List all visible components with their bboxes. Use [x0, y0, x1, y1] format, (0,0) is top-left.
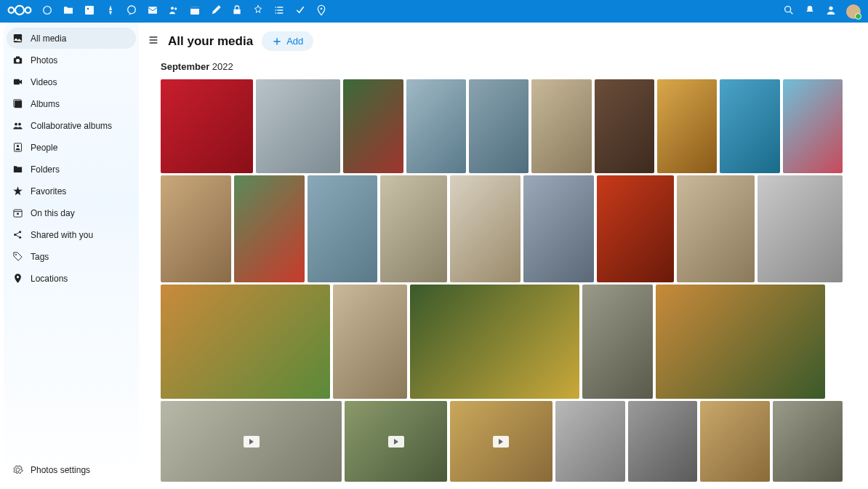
- svg-point-29: [14, 234, 16, 236]
- files-icon[interactable]: [63, 4, 74, 19]
- location-icon: [12, 273, 23, 284]
- photo-thumb[interactable]: [657, 79, 717, 173]
- year: 2022: [212, 61, 233, 72]
- svg-rect-25: [15, 143, 22, 151]
- svg-point-30: [19, 231, 21, 233]
- search-icon[interactable]: [783, 4, 795, 19]
- photo-thumb[interactable]: [406, 79, 466, 173]
- svg-rect-4: [85, 6, 94, 15]
- svg-rect-19: [16, 57, 20, 59]
- logo[interactable]: [7, 4, 32, 20]
- photos-settings[interactable]: Photos settings: [7, 458, 136, 481]
- svg-point-2: [25, 7, 31, 13]
- photo-thumb[interactable]: [410, 285, 579, 399]
- photo-thumb[interactable]: [469, 79, 529, 173]
- svg-point-6: [128, 6, 136, 14]
- sidebar-item-albums[interactable]: Albums: [7, 93, 136, 114]
- photo-thumb[interactable]: [628, 401, 698, 482]
- svg-point-24: [18, 123, 21, 126]
- contacts-menu-icon[interactable]: [825, 4, 837, 19]
- album-icon: [12, 98, 23, 109]
- main: All your media Add September 2022: [139, 23, 864, 485]
- svg-rect-12: [233, 9, 240, 14]
- image-icon: [12, 33, 23, 44]
- gallery-row: [161, 285, 843, 399]
- sidebar-item-on-this-day[interactable]: On this day: [7, 202, 136, 223]
- sidebar-item-label: Collaborative albums: [31, 121, 112, 131]
- gallery-row: [161, 401, 843, 482]
- photo-thumb[interactable]: [582, 285, 653, 399]
- calendar-icon[interactable]: [189, 4, 201, 19]
- sidebar-item-tags[interactable]: Tags: [7, 246, 136, 267]
- sidebar-item-collaborative-albums[interactable]: Collaborative albums: [7, 115, 136, 136]
- photo-thumb[interactable]: [161, 79, 253, 173]
- talk-icon[interactable]: [126, 4, 137, 19]
- photo-thumb[interactable]: [161, 285, 330, 399]
- svg-point-31: [19, 236, 21, 239]
- add-button[interactable]: Add: [262, 31, 313, 51]
- svg-point-1: [15, 5, 24, 14]
- sidebar-item-shared-with-you[interactable]: Shared with you: [7, 224, 136, 245]
- hamburger-icon[interactable]: [148, 34, 159, 49]
- lists-icon[interactable]: [273, 4, 285, 19]
- contacts-icon[interactable]: [168, 4, 180, 19]
- sidebar-item-label: Locations: [31, 274, 68, 284]
- notes-icon[interactable]: [210, 4, 222, 19]
- photo-thumb[interactable]: [597, 175, 675, 282]
- workflow-icon[interactable]: [252, 4, 264, 19]
- avatar[interactable]: [846, 4, 861, 19]
- photo-thumb[interactable]: [523, 175, 594, 282]
- page-title: All your media: [168, 34, 253, 49]
- photo-thumb[interactable]: [531, 79, 591, 173]
- sidebar-item-label: On this day: [31, 208, 75, 218]
- photo-thumb[interactable]: [773, 401, 843, 482]
- photo-thumb[interactable]: [380, 175, 447, 282]
- passwords-icon[interactable]: [231, 4, 243, 19]
- video-thumb[interactable]: [161, 401, 342, 482]
- photo-thumb[interactable]: [555, 401, 625, 482]
- photo-thumb[interactable]: [308, 175, 378, 282]
- svg-rect-20: [14, 79, 20, 85]
- calendar-icon: [12, 207, 23, 218]
- photo-thumb[interactable]: [700, 401, 770, 482]
- maps-icon[interactable]: [316, 4, 327, 19]
- photo-thumb[interactable]: [450, 175, 521, 282]
- sidebar-item-photos[interactable]: Photos: [7, 49, 136, 71]
- photo-thumb[interactable]: [234, 175, 305, 282]
- photos-icon[interactable]: [84, 4, 95, 19]
- svg-point-3: [44, 6, 52, 14]
- sidebar-item-folders[interactable]: Folders: [7, 159, 136, 180]
- photo-thumb[interactable]: [333, 285, 407, 399]
- play-icon: [388, 436, 404, 448]
- sidebar-item-videos[interactable]: Videos: [7, 71, 136, 92]
- photo-thumb[interactable]: [656, 285, 825, 399]
- dashboard-icon[interactable]: [41, 4, 53, 19]
- notifications-icon[interactable]: [804, 4, 816, 19]
- star-icon: [12, 186, 23, 196]
- photo-thumb[interactable]: [595, 79, 654, 173]
- sidebar-item-label: Albums: [31, 99, 60, 109]
- activity-icon[interactable]: [105, 4, 116, 19]
- svg-point-15: [829, 6, 832, 9]
- svg-point-32: [15, 254, 17, 255]
- tasks-icon[interactable]: [294, 4, 306, 19]
- photo-thumb[interactable]: [720, 79, 779, 173]
- video-thumb[interactable]: [345, 401, 447, 482]
- photo-thumb[interactable]: [343, 79, 403, 173]
- sidebar-item-label: All media: [31, 33, 66, 44]
- camera-icon: [12, 55, 23, 65]
- photo-thumb[interactable]: [256, 79, 340, 173]
- sidebar-item-label: Videos: [31, 77, 57, 87]
- photo-thumb[interactable]: [677, 175, 755, 282]
- photo-thumb[interactable]: [758, 175, 843, 282]
- sidebar-item-people[interactable]: People: [7, 137, 136, 158]
- sidebar-item-favorites[interactable]: Favorites: [7, 180, 136, 202]
- sidebar-item-all-media[interactable]: All media: [7, 28, 136, 49]
- sidebar-item-locations[interactable]: Locations: [7, 268, 136, 289]
- group-icon: [12, 120, 23, 131]
- photo-thumb[interactable]: [161, 175, 231, 282]
- video-thumb[interactable]: [450, 401, 552, 482]
- photo-thumb[interactable]: [783, 79, 843, 173]
- sidebar-item-label: Tags: [31, 252, 49, 262]
- mail-icon[interactable]: [147, 4, 158, 19]
